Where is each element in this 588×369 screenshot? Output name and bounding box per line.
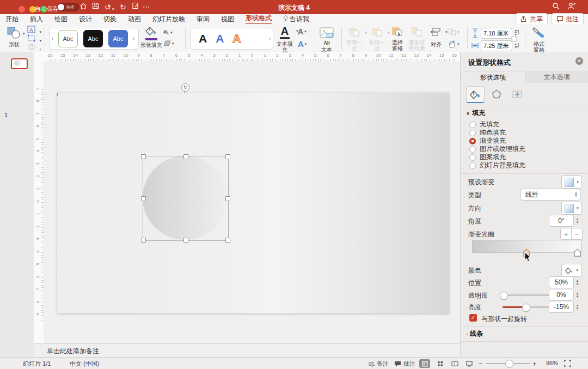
fill-option-幻灯片背景填充[interactable]: 幻灯片背景填充 bbox=[469, 161, 525, 170]
zoom-in-button[interactable]: + bbox=[532, 360, 537, 368]
fill-option-纯色填充[interactable]: 纯色填充 bbox=[469, 129, 506, 137]
fill-line-icon-tab[interactable] bbox=[466, 86, 485, 103]
gallery-next-icon[interactable]: › bbox=[131, 36, 137, 41]
panel-close-icon[interactable]: ✕ bbox=[575, 57, 583, 65]
effects-icon-tab[interactable] bbox=[488, 86, 505, 101]
text-outline-button[interactable]: A ▾ bbox=[298, 27, 307, 36]
shape-fill-button[interactable]: ▾ 形状填充 bbox=[140, 26, 162, 48]
shape-style-chip-3[interactable]: Abc bbox=[108, 30, 128, 47]
format-pane-button[interactable]: 格式窗格 bbox=[529, 27, 549, 53]
rotation-handle[interactable]: ↻ bbox=[181, 83, 189, 92]
notes-area[interactable]: 单击此处添加备注 bbox=[34, 343, 460, 358]
transparency-stepper[interactable]: ▲▼ bbox=[574, 289, 581, 301]
text-effects-button[interactable]: A ▾ bbox=[298, 39, 307, 49]
gallery-prev-icon[interactable]: ‹ bbox=[50, 36, 56, 41]
gradient-ellipse-shape[interactable] bbox=[143, 156, 228, 240]
bring-forward-button[interactable]: ▾ 前移一层 bbox=[344, 27, 365, 51]
preset-gradient-dropdown[interactable]: ▾ bbox=[561, 176, 582, 189]
transparency-slider[interactable] bbox=[503, 294, 553, 296]
ribbon-tab-形状格式[interactable]: 形状格式 bbox=[246, 14, 272, 25]
shape-outline-button[interactable]: ✎▾ bbox=[163, 28, 172, 37]
radio-icon[interactable] bbox=[469, 162, 476, 169]
angle-stepper[interactable]: ▲▼ bbox=[574, 215, 581, 227]
stop-color-dropdown[interactable]: ▾ bbox=[561, 264, 582, 277]
slide[interactable] bbox=[57, 93, 449, 313]
notes-placeholder[interactable]: 单击此处添加备注 bbox=[34, 344, 460, 356]
slide-sorter-view-button[interactable] bbox=[434, 359, 445, 368]
shapes-dropdown-icon[interactable]: ▾ bbox=[23, 32, 25, 36]
position-field[interactable]: 50% bbox=[549, 276, 574, 288]
fill-option-无填充[interactable]: 无填充 bbox=[469, 120, 499, 129]
fill-option-图片或纹理填充[interactable]: 图片或纹理填充 bbox=[469, 145, 525, 153]
angle-field[interactable]: 0° bbox=[549, 215, 574, 227]
share-button[interactable]: 共享 bbox=[516, 13, 548, 25]
align-button[interactable]: ▾ 对齐 bbox=[428, 27, 444, 47]
merge-shapes-dropdown-icon[interactable]: ▾ bbox=[39, 47, 41, 51]
add-stop-button[interactable]: + bbox=[560, 228, 572, 240]
radio-icon[interactable] bbox=[469, 146, 476, 153]
text-fill-button[interactable]: A ▾ 文本填充 bbox=[274, 25, 295, 53]
gradient-stop-2[interactable] bbox=[574, 249, 581, 257]
zoom-slider-knob[interactable] bbox=[505, 360, 513, 368]
radio-icon[interactable] bbox=[469, 130, 476, 136]
ribbon-tab-插入[interactable]: 插入 bbox=[30, 15, 43, 24]
shape-outline-dropdown-icon[interactable]: ▾ bbox=[170, 31, 173, 35]
ribbon-tab-绘图[interactable]: 绘图 bbox=[54, 15, 68, 24]
ribbon-tab-幻灯片放映[interactable]: 幻灯片放映 bbox=[152, 15, 185, 24]
zoom-out-button[interactable]: − bbox=[479, 360, 483, 368]
language-indicator[interactable]: 中文 (中国) bbox=[70, 360, 99, 368]
tab-text-options[interactable]: 文本选项 bbox=[525, 71, 588, 83]
ribbon-tab-动画[interactable]: 动画 bbox=[128, 15, 141, 24]
normal-view-button[interactable] bbox=[419, 359, 430, 368]
size-properties-icon-tab[interactable] bbox=[509, 86, 526, 101]
lock-aspect-ratio-icon[interactable] bbox=[511, 29, 519, 49]
rotate-button[interactable]: ▾ bbox=[448, 40, 460, 48]
rotate-dropdown-icon[interactable]: ▾ bbox=[457, 42, 460, 46]
merge-shapes-button[interactable]: ▾ bbox=[27, 43, 41, 53]
ribbon-tab-视图[interactable]: 视图 bbox=[221, 15, 234, 24]
ribbon-tab-切换[interactable]: 切换 bbox=[103, 15, 117, 24]
search-icon[interactable] bbox=[552, 2, 560, 13]
text-box-dropdown-icon[interactable]: ▾ bbox=[39, 30, 41, 34]
shape-width-field[interactable]: 7.25 厘米 bbox=[481, 40, 512, 51]
edit-points-dropdown-icon[interactable]: ▾ bbox=[39, 39, 41, 43]
fill-section-header[interactable]: ∨填充 bbox=[466, 108, 485, 118]
shape-effects-dropdown-icon[interactable]: ▾ bbox=[172, 41, 174, 46]
radio-icon[interactable] bbox=[469, 122, 476, 128]
ribbon-tab-开始[interactable]: 开始 bbox=[5, 15, 19, 24]
wordart-next-icon[interactable]: › bbox=[267, 36, 273, 41]
transparency-slider-knob[interactable] bbox=[500, 292, 508, 300]
fit-to-window-icon[interactable] bbox=[564, 360, 571, 367]
text-effects-dropdown-icon[interactable]: ▾ bbox=[305, 42, 307, 46]
ribbon-tab-告诉我[interactable]: 告诉我 bbox=[283, 15, 309, 24]
remove-stop-button[interactable]: − bbox=[572, 228, 583, 240]
align-dropdown-icon[interactable]: ▾ bbox=[445, 30, 448, 34]
direction-dropdown[interactable]: ▾ bbox=[561, 202, 582, 215]
reading-view-button[interactable] bbox=[449, 359, 460, 368]
notes-toggle[interactable]: 备注 bbox=[368, 360, 389, 368]
wordart-style-1[interactable]: A bbox=[199, 31, 207, 47]
text-outline-dropdown-icon[interactable]: ▾ bbox=[304, 29, 307, 34]
shape-effects-button[interactable]: ▾ bbox=[163, 40, 174, 46]
wordart-style-3[interactable]: A bbox=[232, 31, 241, 47]
shape-style-chip-1[interactable]: Abc bbox=[58, 30, 78, 47]
position-stepper[interactable]: ▲▼ bbox=[574, 276, 581, 288]
shape-height-field[interactable]: 7.18 厘米 bbox=[481, 28, 512, 39]
alt-text-button[interactable]: Alt 文本 bbox=[317, 27, 336, 52]
zoom-percentage[interactable]: 96% bbox=[546, 360, 558, 366]
radio-icon[interactable] bbox=[469, 138, 476, 144]
gradient-type-select[interactable]: 线性 ▲▼ bbox=[520, 189, 580, 201]
fill-option-渐变填充[interactable]: 渐变填充 bbox=[469, 137, 506, 145]
send-backward-button[interactable]: ▾ 后移一层 bbox=[367, 27, 388, 51]
reorder-objects-button[interactable]: 重新排序对象 bbox=[407, 27, 427, 51]
transparency-field[interactable]: 0% bbox=[549, 289, 574, 301]
brightness-field[interactable]: -15% bbox=[549, 301, 574, 313]
account-icon[interactable] bbox=[567, 2, 575, 13]
comments-toggle[interactable]: 批注 bbox=[394, 360, 415, 368]
slideshow-view-button[interactable] bbox=[464, 359, 475, 368]
insert-shapes-button[interactable]: ▾ 形状 bbox=[3, 26, 25, 47]
selection-pane-button[interactable]: 选择窗格 bbox=[389, 27, 406, 51]
tab-shape-options[interactable]: 形状选项 bbox=[461, 71, 525, 83]
brightness-slider-knob[interactable] bbox=[522, 304, 530, 312]
brightness-stepper[interactable]: ▲▼ bbox=[574, 301, 581, 313]
